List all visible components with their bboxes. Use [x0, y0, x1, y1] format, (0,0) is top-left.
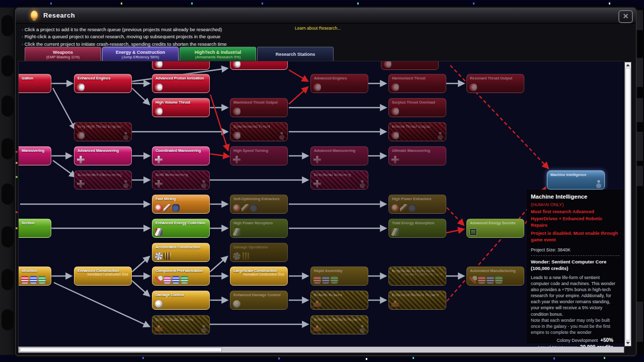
research-node-megascale-construction[interactable]: MegaScale ConstructionIncreased Construc… — [388, 266, 446, 286]
horizontal-scrollbar[interactable] — [18, 346, 624, 353]
engine-icon — [391, 108, 399, 115]
background-decoration — [2, 138, 14, 159]
research-node-synchronized-thrust[interactable]: Synchronized Thrust — [230, 122, 288, 141]
vertical-scrollbar[interactable] — [624, 62, 631, 346]
stat-value: 20,000 credits — [580, 344, 613, 347]
tooltip-wonder-note: Note that each wonder may only be built … — [531, 317, 619, 335]
research-node-maneuvering[interactable]: Maneuvering — [19, 146, 51, 165]
wrench-icon — [469, 276, 477, 284]
research-node-advanced-proton-ionization[interactable]: Advanced Proton Ionization — [152, 74, 210, 93]
research-node-ultimate-maneuvering[interactable]: Ultimate Maneuvering — [388, 146, 446, 165]
research-node-machine-intelligence[interactable]: Machine Intelligence — [547, 170, 605, 190]
background-decoration — [2, 226, 14, 247]
thruster-cross-icon — [77, 156, 85, 163]
race-figure-icon — [123, 132, 129, 140]
tooltip-stat-row: Colony Development+50% — [531, 337, 619, 344]
node-icons — [155, 252, 171, 260]
research-node-intense-thrust-output[interactable]: Intense Thrust Output — [388, 122, 446, 141]
research-node-swift-robotic-repairs[interactable]: Swift Robotic Repairs — [152, 315, 210, 334]
research-node-salvage-operations[interactable]: Salvage Operations — [230, 243, 288, 262]
research-node-harmonized-thrust[interactable]: Harmonized Thrust — [388, 74, 446, 93]
node-icons — [155, 325, 163, 332]
research-node-swift-maneuvering[interactable]: Swift Maneuvering — [152, 170, 210, 190]
research-node-fast-mining[interactable]: Fast Mining — [152, 195, 210, 214]
research-node-high-power-receptors[interactable]: High Power Receptors — [230, 219, 288, 238]
research-node-total-energy-absorption[interactable]: Total Energy Absorption — [388, 219, 446, 238]
tab-stations[interactable]: Research Stations — [257, 47, 334, 62]
chip-pink-icon — [164, 276, 171, 284]
chip-red-icon — [21, 276, 29, 284]
tab-hightech[interactable]: HighTech & Industrial(Armaments Research… — [180, 47, 256, 62]
research-node-very-high-thrust-engines[interactable]: Very High Thrust Engines — [74, 122, 132, 141]
research-node-advanced-robotic-repairs[interactable]: Advanced Robotic Repairs — [310, 315, 368, 334]
research-node-damage-control[interactable]: Damage Control — [152, 291, 210, 310]
energy-slash-icon — [391, 228, 399, 236]
node-icons — [391, 204, 416, 212]
research-node-advanced-maneuvering[interactable]: Advanced Maneuvering — [310, 146, 368, 165]
engine-icon — [313, 83, 321, 91]
building-icon — [242, 252, 249, 260]
scroll-up-icon[interactable] — [626, 64, 630, 66]
node-label: Synchronized Thrust — [230, 123, 287, 129]
node-icons — [391, 83, 399, 91]
research-node-enhanced-energy-collection[interactable]: Enhanced Energy Collection — [152, 219, 210, 238]
research-node-advanced-engines[interactable]: Advanced Engines — [310, 74, 368, 93]
tab-label: HighTech & Industrial — [195, 50, 241, 55]
research-node-enhanced-damage-control[interactable]: Enhanced Damage Control — [230, 291, 288, 310]
learn-about-research-link[interactable]: Learn about Research... — [295, 26, 341, 31]
research-node-high-volume-thrust[interactable]: High Volume Thrust — [152, 98, 210, 117]
background-decoration — [16, 151, 18, 153]
node-label: ization — [19, 74, 51, 80]
research-node-automated-manufacturing[interactable]: Automated Manufacturing — [466, 266, 524, 286]
node-icons — [155, 61, 163, 68]
research-node-partial[interactable] — [152, 61, 210, 70]
research-node-enhanced-robotic-repairs[interactable]: Enhanced Robotic Repairs — [388, 291, 446, 310]
node-icons — [155, 180, 163, 188]
engine-icon — [469, 83, 477, 91]
background-decoration — [2, 55, 14, 76]
tab-weapons[interactable]: Weapons(EMP Blasting 11%) — [25, 47, 101, 62]
research-node-largescale-construction[interactable]: LargeScale ConstructionIncreased Constru… — [230, 266, 288, 286]
research-node-surplus-thrust-overload[interactable]: Surplus Thrust Overload — [388, 98, 446, 117]
research-node-ization[interactable]: ization — [19, 74, 51, 93]
research-tree-canvas[interactable]: Machine Intelligence (HUMAN ONLY) Must f… — [18, 61, 625, 347]
research-node-accelerated-maneuvering[interactable]: Accelerated Maneuvering — [74, 170, 132, 190]
horizontal-scroll-thumb[interactable] — [20, 347, 222, 352]
research-node-struction[interactable]: struction — [19, 266, 51, 286]
research-node-high-speed-turning[interactable]: High Speed Turning — [230, 146, 288, 165]
research-node-accelerated-construction[interactable]: Accelerated Construction — [152, 243, 210, 262]
research-node-partial[interactable] — [381, 61, 439, 70]
research-node-directional-vectoring[interactable]: Directional Vectoring — [310, 170, 368, 190]
research-node-enhanced-engines[interactable]: Enhanced Engines — [74, 74, 132, 93]
background-decoration — [636, 10, 643, 30]
node-label: Enhanced Robotic Repairs — [389, 291, 446, 297]
research-node-rapid-assembly[interactable]: Rapid Assembly — [310, 266, 368, 286]
research-node-coordinated-maneuvering[interactable]: Coordinated Maneuvering — [152, 146, 210, 165]
research-node-advanced-maneuvering[interactable]: Advanced Maneuvering — [74, 146, 132, 165]
tooltip-stats: Colony Development+50%Annual Maintenance… — [531, 337, 619, 347]
background-decoration — [636, 98, 643, 122]
research-node-advanced-energy-secrets[interactable]: Advanced Energy Secrets — [466, 219, 524, 238]
node-label: High Power Receptors — [230, 219, 287, 225]
title-bar: Research ✕ — [16, 8, 636, 24]
node-icons — [77, 180, 85, 188]
research-node-self-optimizing-extractors[interactable]: Self-Optimizing Extractors — [230, 195, 288, 214]
research-node-llection[interactable]: llection — [19, 219, 51, 238]
research-node-resonant-thrust-output[interactable]: Resonant Thrust Output — [466, 74, 524, 93]
background-top-strip — [0, 0, 644, 8]
research-node-high-power-extractors[interactable]: High Power Extractors — [388, 195, 446, 214]
scroll-down-icon[interactable] — [626, 342, 630, 344]
close-button[interactable]: ✕ — [618, 10, 633, 23]
research-node-component-prefabrication[interactable]: Component PreFabrication — [152, 266, 210, 286]
background-decoration — [413, 357, 414, 359]
node-label: Advanced Engines — [311, 74, 368, 80]
research-node-partial[interactable] — [230, 61, 288, 70]
node-icons — [469, 228, 477, 236]
research-node-enhanced-construction[interactable]: Enhanced ConstructionIncreased Construct… — [74, 266, 132, 286]
research-node-robotic-repairs[interactable]: Robotic Repairs — [310, 291, 368, 310]
node-icons — [155, 204, 180, 212]
tab-energy[interactable]: Energy & Construction(Jump Efficiency 56… — [102, 47, 179, 62]
research-node-maximized-thrust-output[interactable]: Maximized Thrust Output — [230, 98, 288, 117]
vertical-scroll-thumb[interactable] — [625, 68, 630, 340]
background-decoration — [636, 166, 643, 186]
